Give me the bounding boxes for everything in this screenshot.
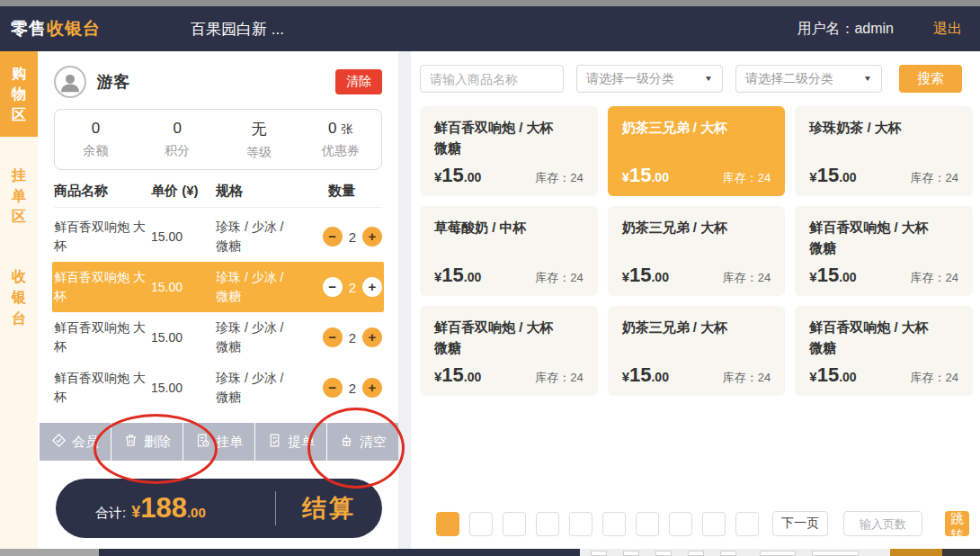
stock-value: 24	[946, 271, 958, 284]
stock-value: 24	[570, 371, 583, 384]
action-label: 清空	[360, 434, 387, 451]
currency-sign: ¥	[809, 169, 816, 184]
stat-points: 0 积分	[137, 120, 218, 159]
member-button[interactable]: 会员	[40, 423, 111, 461]
category2-select[interactable]: 请选择二级分类 ▼	[735, 65, 882, 93]
price-dec: .00	[651, 370, 668, 384]
total-amount: 188	[140, 492, 187, 525]
price-int: 15	[629, 264, 651, 286]
cart-row[interactable]: 鲜百香双响炮 大杯 15.00 珍珠 / 少冰 / 微糖 − 2 +	[52, 363, 384, 413]
product-card[interactable]: 奶茶三兄弟 / 大杯 ¥15.00 库存：24	[608, 106, 786, 196]
page-button[interactable]	[735, 512, 759, 536]
product-sub-option: 微糖	[809, 239, 958, 257]
cart-row[interactable]: 鲜百香双响炮 大杯 15.00 珍珠 / 少冰 / 微糖 − 2 +	[52, 312, 384, 363]
page-button[interactable]	[569, 512, 592, 536]
pagination: 下一页 跳转	[436, 511, 969, 536]
logout-button[interactable]: 退出	[933, 20, 962, 39]
product-search-input[interactable]	[420, 65, 564, 93]
page-button[interactable]	[436, 512, 459, 536]
next-page-button[interactable]: 下一页	[772, 511, 828, 536]
top-bar: 零售收银台 百果园白新 ... 用户名：admin 退出	[0, 6, 980, 51]
page-button[interactable]	[702, 512, 726, 536]
chevron-down-icon: ▼	[863, 75, 872, 83]
product-name: 鲜百香双响炮 / 大杯	[434, 317, 584, 339]
stock-value: 24	[758, 271, 771, 284]
col-spec: 规格	[216, 183, 298, 200]
page-button[interactable]	[503, 512, 526, 536]
sidebar-tab-label: 挂单区	[11, 165, 27, 228]
clear-all-button[interactable]: 清空	[326, 423, 398, 461]
cart-row[interactable]: 鲜百香双响炮 大杯 15.00 珍珠 / 少冰 / 微糖 − 2 +	[52, 211, 384, 262]
quantity-stepper: − 2 +	[298, 277, 384, 297]
stock-label: 库存：	[723, 371, 758, 384]
product-price: ¥15.00	[622, 264, 669, 287]
category1-select[interactable]: 请选择一级分类 ▼	[576, 65, 723, 93]
stat-value: 0	[328, 120, 336, 137]
clear-customer-button[interactable]: 清除	[335, 69, 382, 94]
product-sub-option	[434, 239, 584, 241]
sidebar-tab-cashier[interactable]: 收银台	[0, 255, 38, 340]
checkout-button[interactable]: 结算	[276, 492, 382, 525]
quantity-value: 2	[349, 229, 356, 245]
clear-all-icon	[339, 433, 354, 451]
retrieve-order-button[interactable]: 提单	[254, 423, 326, 461]
jump-button[interactable]: 跳转	[945, 511, 969, 536]
increase-qty-button[interactable]: +	[362, 327, 382, 347]
cart-item-spec: 珍珠 / 少冰 / 微糖	[216, 369, 298, 407]
currency-sign: ¥	[809, 269, 816, 284]
product-sub-option: 微糖	[434, 139, 584, 157]
stat-coupons: 0 张 优惠券	[299, 120, 381, 159]
page-button[interactable]	[469, 512, 493, 536]
stock-label: 库存：	[911, 371, 946, 384]
bottom-edge-light	[580, 549, 890, 556]
product-name: 草莓酸奶 / 中杯	[434, 217, 584, 239]
total-amount-decimals: .00	[187, 505, 206, 520]
stock-label: 库存：	[723, 271, 758, 284]
increase-qty-button[interactable]: +	[362, 227, 382, 247]
product-card[interactable]: 奶茶三兄弟 / 大杯 ¥15.00 库存：24	[608, 206, 786, 296]
cart-item-spec: 珍珠 / 少冰 / 微糖	[216, 318, 298, 356]
decrease-qty-button[interactable]: −	[323, 327, 343, 347]
product-card[interactable]: 鲜百香双响炮 / 大杯 微糖 ¥15.00 库存：24	[795, 206, 973, 296]
product-card[interactable]: 鲜百香双响炮 / 大杯 微糖 ¥15.00 库存：24	[420, 106, 598, 196]
stock-label: 库存：	[535, 271, 570, 284]
page-button[interactable]	[636, 512, 659, 536]
category1-placeholder: 请选择一级分类	[586, 71, 674, 87]
sidebar-tab-hold-orders[interactable]: 挂单区	[0, 153, 38, 238]
increase-qty-button[interactable]: +	[362, 277, 382, 297]
product-card[interactable]: 奶茶三兄弟 / 大杯 ¥15.00 库存：24	[608, 306, 786, 396]
quantity-stepper: − 2 +	[298, 378, 384, 398]
customer-stats: 0 余额 0 积分 无 等级 0 张 优惠券	[54, 109, 382, 170]
quantity-value: 2	[349, 381, 356, 396]
product-card[interactable]: 鲜百香双响炮 / 大杯 微糖 ¥15.00 库存：24	[795, 306, 973, 396]
page-button[interactable]	[669, 512, 692, 536]
page-button[interactable]	[602, 512, 626, 536]
currency-sign: ¥	[622, 369, 629, 384]
product-price: ¥15.00	[434, 363, 481, 387]
stock-label: 库存：	[535, 371, 570, 384]
cart-item-spec: 珍珠 / 少冰 / 微糖	[216, 218, 298, 256]
increase-qty-button[interactable]: +	[362, 378, 382, 398]
decrease-qty-button[interactable]: −	[323, 378, 343, 398]
cart-row[interactable]: 鲜百香双响炮 大杯 15.00 珍珠 / 少冰 / 微糖 − 2 +	[52, 262, 384, 312]
product-card[interactable]: 草莓酸奶 / 中杯 ¥15.00 库存：24	[420, 206, 598, 296]
sidebar-tab-shopping[interactable]: 购物区	[0, 51, 38, 137]
page-number-input[interactable]	[843, 511, 922, 536]
product-card[interactable]: 鲜百香双响炮 / 大杯 微糖 ¥15.00 库存：24	[420, 306, 598, 396]
product-stock: 库存：24	[911, 170, 958, 186]
retrieve-order-icon	[267, 433, 282, 451]
search-button[interactable]: 搜索	[899, 65, 962, 93]
price-int: 15	[817, 164, 839, 186]
decrease-qty-button[interactable]: −	[323, 277, 343, 297]
price-dec: .00	[464, 270, 481, 284]
product-price: ¥15.00	[809, 363, 856, 387]
action-label: 会员	[72, 434, 99, 451]
page-button[interactable]	[536, 512, 559, 536]
delete-button[interactable]: 删除	[111, 423, 183, 461]
product-name: 鲜百香双响炮 / 大杯	[809, 217, 958, 239]
product-price: ¥15.00	[434, 264, 481, 287]
decrease-qty-button[interactable]: −	[323, 227, 343, 247]
hold-order-button[interactable]: 挂单	[183, 423, 254, 461]
product-stock: 库存：24	[723, 170, 771, 186]
product-card[interactable]: 珍珠奶茶 / 大杯 ¥15.00 库存：24	[795, 106, 973, 196]
